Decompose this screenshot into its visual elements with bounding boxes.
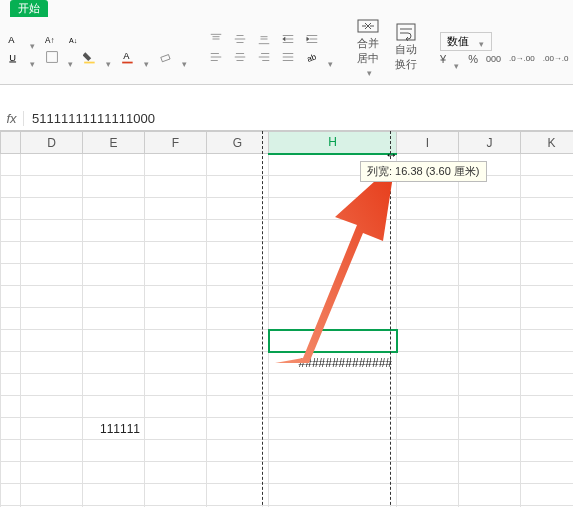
chevron-down-icon[interactable]	[142, 53, 150, 61]
cell[interactable]	[207, 352, 269, 374]
cell[interactable]	[145, 242, 207, 264]
cell[interactable]	[207, 330, 269, 352]
chevron-down-icon[interactable]	[28, 53, 36, 61]
cell[interactable]	[397, 484, 459, 506]
cell[interactable]	[269, 484, 397, 506]
cell[interactable]	[459, 198, 521, 220]
justify-icon[interactable]	[280, 49, 296, 65]
corner[interactable]	[1, 132, 21, 154]
fx-label[interactable]: fx	[0, 111, 24, 126]
cell[interactable]	[521, 242, 574, 264]
cell[interactable]	[397, 352, 459, 374]
cell[interactable]	[145, 396, 207, 418]
cell[interactable]	[21, 264, 83, 286]
cell[interactable]	[207, 286, 269, 308]
cell[interactable]	[521, 198, 574, 220]
cell[interactable]	[145, 374, 207, 396]
cell[interactable]	[521, 220, 574, 242]
cell[interactable]	[521, 286, 574, 308]
cell[interactable]	[21, 374, 83, 396]
cell[interactable]	[207, 242, 269, 264]
cell[interactable]	[83, 308, 145, 330]
col-header-G[interactable]: G	[207, 132, 269, 154]
cell[interactable]	[521, 418, 574, 440]
inc-decimal-icon[interactable]: .0→.00	[509, 54, 535, 63]
cell[interactable]	[145, 286, 207, 308]
cell[interactable]	[269, 330, 397, 352]
cell[interactable]	[459, 242, 521, 264]
cell[interactable]	[397, 330, 459, 352]
cell[interactable]	[459, 374, 521, 396]
fill-color-icon[interactable]	[82, 49, 98, 65]
cell[interactable]	[521, 396, 574, 418]
cell[interactable]	[21, 286, 83, 308]
cell[interactable]	[521, 308, 574, 330]
cell[interactable]	[145, 176, 207, 198]
cell[interactable]	[459, 286, 521, 308]
align-top-icon[interactable]	[208, 31, 224, 47]
cell[interactable]	[145, 198, 207, 220]
col-header-J[interactable]: J	[459, 132, 521, 154]
chevron-down-icon[interactable]	[104, 53, 112, 61]
cell[interactable]	[207, 176, 269, 198]
cell[interactable]	[269, 198, 397, 220]
cell[interactable]	[83, 440, 145, 462]
cell[interactable]	[83, 176, 145, 198]
cell[interactable]	[459, 418, 521, 440]
cell[interactable]	[269, 440, 397, 462]
cell[interactable]	[397, 374, 459, 396]
cell[interactable]	[269, 242, 397, 264]
cell[interactable]	[83, 352, 145, 374]
cell[interactable]	[83, 220, 145, 242]
cell[interactable]	[83, 396, 145, 418]
cell[interactable]	[145, 308, 207, 330]
wrap-text-icon[interactable]	[392, 24, 420, 40]
cell[interactable]	[83, 374, 145, 396]
cell[interactable]	[521, 352, 574, 374]
cell[interactable]	[207, 418, 269, 440]
cell[interactable]: ##############	[269, 352, 397, 374]
col-header-H[interactable]: H	[269, 132, 397, 154]
cell[interactable]	[83, 286, 145, 308]
col-header-F[interactable]: F	[145, 132, 207, 154]
cell[interactable]	[521, 440, 574, 462]
align-bottom-icon[interactable]	[256, 31, 272, 47]
spreadsheet-grid[interactable]: D E F G H I J K ##############111111 ↔ 列…	[0, 131, 573, 507]
cell[interactable]	[521, 154, 574, 176]
cell[interactable]	[397, 220, 459, 242]
chevron-down-icon[interactable]	[28, 35, 36, 43]
borders-icon[interactable]	[44, 49, 60, 65]
cell[interactable]	[145, 154, 207, 176]
cell[interactable]	[21, 418, 83, 440]
cell[interactable]	[21, 484, 83, 506]
cell[interactable]	[21, 242, 83, 264]
align-right-icon[interactable]	[256, 49, 272, 65]
cell[interactable]	[21, 176, 83, 198]
cell[interactable]	[207, 462, 269, 484]
cell[interactable]	[521, 374, 574, 396]
cell[interactable]	[397, 308, 459, 330]
cell[interactable]	[397, 198, 459, 220]
cell[interactable]	[83, 198, 145, 220]
chevron-down-icon[interactable]	[180, 53, 188, 61]
cell[interactable]	[83, 330, 145, 352]
cell[interactable]	[269, 396, 397, 418]
cell[interactable]	[145, 264, 207, 286]
cell[interactable]: 111111	[83, 418, 145, 440]
font-size-inc-icon[interactable]: A↑	[44, 31, 60, 47]
cell[interactable]	[21, 396, 83, 418]
cell[interactable]	[21, 440, 83, 462]
cell[interactable]	[269, 418, 397, 440]
cell[interactable]	[207, 484, 269, 506]
indent-inc-icon[interactable]	[304, 31, 320, 47]
tab-home[interactable]: 开始	[10, 0, 48, 17]
cell[interactable]	[21, 198, 83, 220]
cell[interactable]	[459, 396, 521, 418]
col-header-K[interactable]: K	[521, 132, 574, 154]
wrap-label[interactable]: 自动换行	[392, 42, 420, 72]
cell[interactable]	[145, 440, 207, 462]
chevron-down-icon[interactable]	[452, 55, 460, 63]
cell[interactable]	[145, 484, 207, 506]
cell[interactable]	[21, 308, 83, 330]
cell[interactable]	[459, 352, 521, 374]
